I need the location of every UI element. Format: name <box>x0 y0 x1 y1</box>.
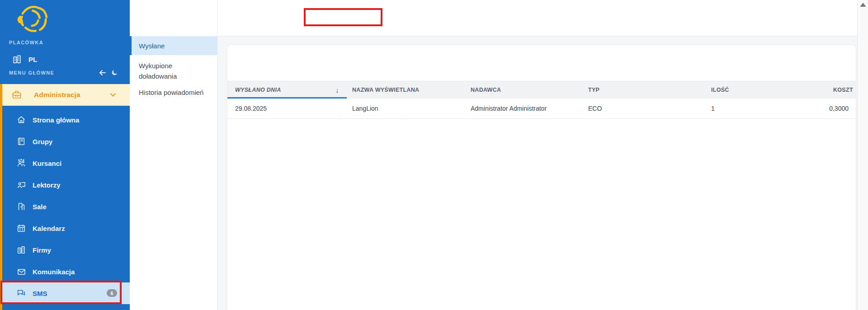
calendar-icon <box>16 224 26 233</box>
tab-historia-powiadomien[interactable]: Historia powiadomień <box>130 89 217 96</box>
sidebar-item-komunikacja[interactable]: Komunikacja <box>0 261 130 282</box>
table-header-row: WYSŁANO DNIA ↓ NAZWA WYŚWIETLANA NADAWCA… <box>227 81 856 99</box>
tab-label: Wykupione doładowania <box>139 62 177 80</box>
cell-typ: ECO <box>580 105 703 112</box>
sidebar-item-label: Lektorzy <box>33 181 61 189</box>
column-header-ilosc[interactable]: ILOŚĆ <box>703 87 826 93</box>
sidebar-item-kursanci[interactable]: Kursanci <box>0 152 130 174</box>
cell-nadawca: Administrator Administrator <box>463 105 580 112</box>
sidebar-item-firmy[interactable]: Firmy <box>0 239 130 261</box>
teacher-icon <box>16 180 26 190</box>
envelope-icon <box>16 267 26 277</box>
sidebar-item-label: Administracja <box>34 91 110 99</box>
sidebar-item-label: Sale <box>33 203 47 211</box>
sms-submenu: Wysłane Wykupione doładowania Historia p… <box>130 0 217 310</box>
tab-label: Historia powiadomień <box>139 89 203 96</box>
home-icon <box>16 115 26 124</box>
active-section-indicator <box>0 84 2 310</box>
tab-wykupione-doladowania[interactable]: Wykupione doładowania <box>130 61 202 81</box>
sidebar-item-pl[interactable]: PL <box>0 51 130 67</box>
app-window: PLACÓWKA PL MENU GŁÓWNE <box>0 0 868 310</box>
company-icon <box>16 245 26 254</box>
sidebar-item-label: Komunikacja <box>33 268 75 276</box>
sidebar-item-sms[interactable]: SMS 6 <box>2 282 130 304</box>
sidebar-controls <box>99 69 118 76</box>
door-icon <box>16 202 26 211</box>
column-header-koszt[interactable]: KOSZT <box>826 87 860 93</box>
scroll-up-arrow[interactable] <box>860 3 866 7</box>
chevron-down-icon <box>110 93 116 97</box>
tab-label: Wysłane <box>139 42 165 50</box>
sidebar-item-sale[interactable]: Sale <box>0 196 130 217</box>
sidebar-item-kalendarz[interactable]: Kalendarz <box>0 217 130 239</box>
main-sidebar: PLACÓWKA PL MENU GŁÓWNE <box>0 0 130 310</box>
sidebar-item-label: SMS <box>33 290 47 297</box>
sidebar-item-label: Grupy <box>33 138 52 146</box>
sidebar-item-lektorzy[interactable]: Lektorzy <box>0 174 130 196</box>
column-header-wyslano-dnia[interactable]: WYSŁANO DNIA ↓ <box>227 86 344 94</box>
table-row[interactable]: 29.08.2025 LangLion Administrator Admini… <box>227 99 856 119</box>
students-icon <box>16 158 26 168</box>
sidebar-item-label: Strona główna <box>33 116 79 124</box>
cell-wyslano-dnia: 29.08.2025 <box>227 105 344 112</box>
buildings-icon <box>12 55 22 64</box>
top-header <box>217 0 868 36</box>
column-header-nadawca[interactable]: NADAWCA <box>463 87 580 93</box>
page-scrollbar[interactable] <box>857 0 868 310</box>
column-header-typ[interactable]: TYP <box>580 87 703 93</box>
sidebar-item-administracja[interactable]: Administracja <box>2 84 130 106</box>
section-label-menu: MENU GŁÓWNE <box>9 70 54 75</box>
moon-icon[interactable] <box>111 69 118 76</box>
sidebar-item-label: Kalendarz <box>33 225 65 232</box>
sidebar-item-strona-glowna[interactable]: Strona główna <box>0 109 130 131</box>
sidebar-item-label: Kursanci <box>33 160 61 167</box>
section-label-placowka: PLACÓWKA <box>9 40 43 45</box>
column-label: WYSŁANO DNIA <box>235 87 281 93</box>
langlion-lion-logo[interactable] <box>12 3 52 37</box>
sidebar-item-label: PL <box>28 56 37 63</box>
sidebar-item-label: Firmy <box>33 246 51 254</box>
cell-ilosc: 1 <box>703 105 826 112</box>
tab-wyslane[interactable]: Wysłane <box>130 36 217 55</box>
sms-count-badge: 6 <box>107 289 117 297</box>
column-header-nazwa-wyswietlana[interactable]: NAZWA WYŚWIETLANA <box>344 87 463 93</box>
sidebar-item-grupy[interactable]: Grupy <box>0 131 130 152</box>
briefcase-icon <box>12 90 22 100</box>
cell-nazwa-wyswietlana: LangLion <box>344 105 463 112</box>
arrow-left-icon[interactable] <box>99 69 106 76</box>
cell-koszt: 0,3000 <box>826 105 856 112</box>
book-icon <box>16 137 26 146</box>
sms-list-card: Liczba wiadomości SMS 14 Pozostało: 0,10… <box>227 44 856 310</box>
chat-bubbles-icon <box>16 288 26 298</box>
sort-descending-icon[interactable]: ↓ <box>335 86 339 94</box>
